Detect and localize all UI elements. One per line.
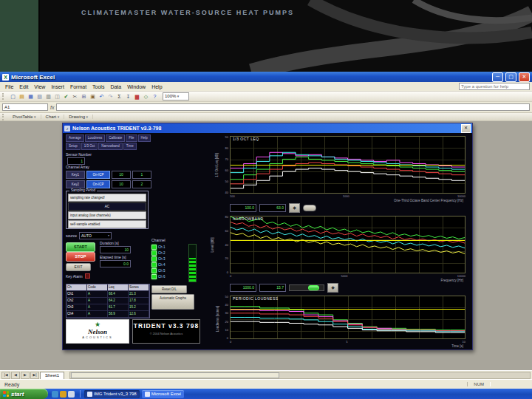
checkbox-icon[interactable]	[151, 274, 157, 279]
tab-help[interactable]: Help	[138, 134, 151, 142]
show-desktop-icon[interactable]	[68, 391, 75, 398]
cut-icon[interactable]: ✂	[71, 92, 79, 100]
tab-1-3-oct[interactable]: 1/3 Oct	[81, 143, 98, 150]
pill-button[interactable]	[303, 205, 316, 211]
formula-input[interactable]	[56, 103, 530, 111]
tab-prev-icon[interactable]: ◀	[11, 372, 20, 379]
save-icon[interactable]: ▦	[27, 92, 35, 100]
key-button[interactable]: Key2	[66, 180, 85, 188]
duration-field[interactable]: 10	[100, 246, 131, 253]
minimize-button[interactable]: ─	[492, 72, 503, 82]
frequency-slider[interactable]	[289, 284, 324, 291]
plot-area[interactable]	[230, 136, 466, 194]
menu-file[interactable]: File	[2, 84, 16, 89]
autosum-icon[interactable]: Σ	[115, 92, 123, 100]
menu-insert[interactable]: Insert	[48, 84, 67, 89]
channel-field[interactable]: 1	[132, 171, 151, 179]
tab-time[interactable]: Time	[123, 143, 137, 150]
source-select[interactable]: AUTO	[79, 232, 112, 239]
cursor-line[interactable]	[231, 240, 465, 241]
tab-first-icon[interactable]: |◀	[1, 372, 10, 379]
gain-field[interactable]: 10	[112, 180, 131, 188]
tab-file[interactable]: File	[126, 134, 137, 142]
trident-close-icon[interactable]: ✕	[461, 124, 471, 133]
tab-calibrate[interactable]: Calibrate	[106, 134, 125, 142]
sampling-row-self-sample-enabled[interactable]: self-sample enabled	[68, 220, 146, 228]
tab-average[interactable]: Average	[66, 134, 84, 142]
new-icon[interactable]: ▢	[9, 92, 17, 100]
mail-icon[interactable]	[60, 391, 66, 398]
sheet-tab[interactable]: Sheet1	[40, 372, 64, 379]
tab-last-icon[interactable]: ▶|	[30, 372, 39, 379]
paste-icon[interactable]: ▣	[89, 92, 97, 100]
help-icon[interactable]: ?	[151, 92, 159, 100]
taskbar-task-img-trident-v3-3-798[interactable]: IMG Trident v3_3 798	[84, 390, 140, 398]
sort-asc-icon[interactable]: ↧	[124, 92, 132, 100]
value-display[interactable]: 100.0	[230, 204, 256, 212]
close-button[interactable]: ✕	[519, 72, 530, 82]
icp-toggle[interactable]: On-ICP	[86, 171, 110, 179]
print-preview-icon[interactable]: ◫	[53, 92, 61, 100]
scrollbar-thumb[interactable]	[71, 372, 279, 378]
sampling-row-input-analog-low-channels[interactable]: input analog (low channels)	[68, 211, 146, 219]
drawing-icon[interactable]: ◇	[142, 92, 150, 100]
tab-loudness[interactable]: Loudness	[85, 134, 106, 142]
sampling-row-ac[interactable]: AC	[68, 202, 146, 211]
menu-window[interactable]: Window	[124, 84, 149, 89]
toolbar-item-drawing[interactable]: Drawing	[64, 115, 93, 119]
menu-help[interactable]: Help	[149, 84, 165, 89]
menu-edit[interactable]: Edit	[16, 84, 31, 89]
icp-toggle[interactable]: On-ICP	[86, 180, 110, 188]
open-icon[interactable]: ▤	[18, 92, 26, 100]
toolbar-grip[interactable]	[2, 93, 6, 100]
value-display[interactable]: 63.0	[259, 204, 286, 212]
taskbar-task-microsoft-excel[interactable]: Microsoft Excel	[142, 390, 185, 398]
checkbox-icon[interactable]	[151, 256, 157, 262]
value-display[interactable]: 1000.0	[230, 284, 256, 292]
email-icon[interactable]: ▧	[35, 92, 44, 100]
toolbar-grip[interactable]	[2, 114, 6, 120]
browser-icon[interactable]	[52, 391, 58, 398]
nav-diamond-button[interactable]: ◆	[289, 203, 300, 213]
start-button[interactable]: START	[66, 242, 95, 252]
copy-icon[interactable]: ⊞	[80, 92, 88, 100]
cursor-line[interactable]	[231, 165, 465, 166]
redo-icon[interactable]: ↷	[106, 92, 115, 100]
help-input[interactable]	[459, 83, 530, 90]
spelling-icon[interactable]: ✔	[62, 92, 70, 100]
checkbox-icon[interactable]	[151, 262, 157, 267]
horizontal-scrollbar[interactable]	[69, 372, 531, 379]
checkbox-icon[interactable]	[151, 245, 157, 250]
channel-field[interactable]: 2	[132, 180, 151, 188]
menu-format[interactable]: Format	[67, 84, 89, 89]
plot-area[interactable]	[230, 296, 466, 339]
undo-icon[interactable]: ↶	[98, 92, 106, 100]
toolbar-item-chart[interactable]: Chart	[41, 115, 65, 119]
zoom-dropdown[interactable]: 100%	[163, 92, 189, 100]
plot-area[interactable]	[230, 216, 466, 273]
menu-tools[interactable]: Tools	[89, 84, 107, 89]
start-button[interactable]: start	[0, 389, 48, 399]
menu-view[interactable]: View	[31, 84, 48, 89]
fx-icon[interactable]: fx	[50, 105, 54, 110]
key-button[interactable]: Key1	[66, 171, 85, 179]
tab-next-icon[interactable]: ▶	[21, 372, 30, 379]
slider-knob[interactable]	[308, 285, 319, 290]
automatic-graphs-button[interactable]: Automatic Graphs	[151, 294, 194, 310]
maximize-button[interactable]: ▢	[505, 72, 516, 82]
toolbar-item-pivottable[interactable]: PivotTable	[8, 115, 41, 119]
name-box[interactable]: A1	[2, 103, 48, 111]
chart-wizard-icon[interactable]: ▆	[133, 92, 141, 100]
elapsed-field[interactable]: 0.0	[100, 260, 131, 267]
checkbox-icon[interactable]	[151, 250, 157, 256]
stop-button[interactable]: STOP	[66, 252, 95, 262]
exit-button[interactable]: EXIT	[66, 263, 91, 271]
checkbox-icon[interactable]	[151, 268, 157, 273]
gain-field[interactable]: 10	[112, 171, 131, 179]
sensor-number-field[interactable]: 1	[67, 157, 85, 165]
sampling-row-sampling-rate-changed[interactable]: sampling rate changed!	[68, 194, 146, 202]
menu-data[interactable]: Data	[107, 84, 124, 89]
nav-diamond-button[interactable]: ◆	[327, 283, 338, 293]
cursor-line[interactable]	[231, 309, 465, 310]
print-icon[interactable]: ▥	[44, 92, 52, 100]
